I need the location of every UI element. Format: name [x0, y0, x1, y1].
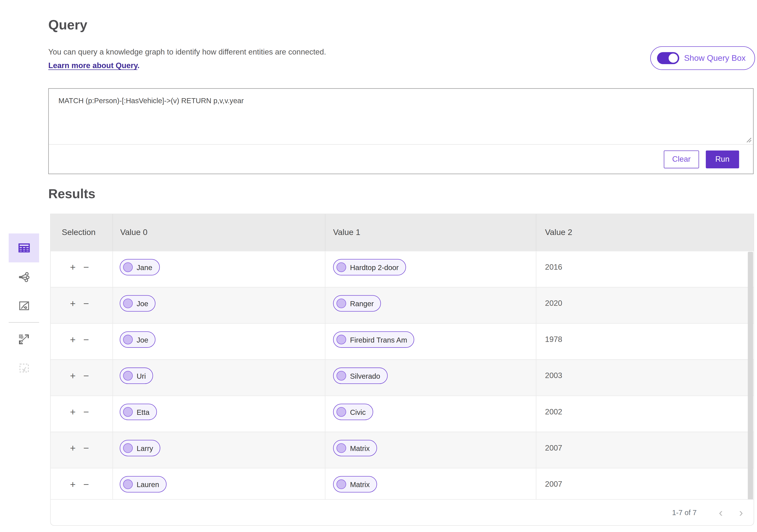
- entity-label: Matrix: [350, 444, 370, 452]
- node-circle-icon: [123, 262, 133, 272]
- entity-pill[interactable]: Civic: [333, 404, 373, 420]
- entity-label: Silverado: [350, 372, 380, 380]
- remove-from-selection-button[interactable]: −: [83, 331, 89, 348]
- selection-cell: + −: [50, 360, 112, 396]
- add-to-selection-button[interactable]: +: [70, 476, 76, 492]
- node-circle-icon: [123, 335, 133, 345]
- selection-cell: + −: [50, 468, 112, 504]
- node-circle-icon: [337, 407, 346, 417]
- entity-pill[interactable]: Larry: [120, 440, 160, 456]
- remove-from-selection-button[interactable]: −: [83, 404, 89, 420]
- query-page: Query You can query a knowledge graph to…: [0, 0, 757, 532]
- query-box: MATCH (p:Person)-[:HasVehicle]->(v) RETU…: [48, 88, 754, 174]
- remove-from-selection-button[interactable]: −: [83, 440, 89, 456]
- node-circle-icon: [337, 443, 346, 453]
- node-circle-icon: [337, 335, 346, 345]
- add-to-selection-button[interactable]: +: [70, 331, 76, 348]
- selection-cell: + −: [50, 432, 112, 468]
- entity-label: Lauren: [137, 480, 159, 488]
- entity-pill[interactable]: Jane: [120, 259, 160, 275]
- table-row: + − Joe Ranger 2020: [50, 287, 753, 323]
- entity-pill[interactable]: Joe: [120, 331, 156, 348]
- add-to-selection-button[interactable]: +: [70, 404, 76, 420]
- value0-cell: Joe: [112, 323, 325, 359]
- node-circle-icon: [123, 443, 133, 453]
- learn-more-link[interactable]: Learn more about Query: [48, 61, 137, 70]
- value1-cell: Hardtop 2-door: [325, 251, 536, 287]
- remove-from-selection-button[interactable]: −: [83, 476, 89, 492]
- value2-cell: 1978: [536, 323, 753, 359]
- value1-cell: Firebird Trans Am: [325, 323, 536, 359]
- resize-grip-icon[interactable]: [745, 137, 752, 143]
- learn-more-suffix: .: [137, 61, 139, 70]
- entity-pill[interactable]: Joe: [120, 295, 156, 312]
- selection-cell: + −: [50, 323, 112, 359]
- entity-label: Joe: [137, 299, 148, 307]
- entity-pill[interactable]: Matrix: [333, 476, 377, 492]
- table-body: + − Jane Hardtop 2-door 2016 + − Joe: [50, 251, 753, 504]
- page-description: You can query a knowledge graph to ident…: [48, 48, 326, 57]
- entity-pill[interactable]: Silverado: [333, 368, 387, 384]
- add-to-selection-button[interactable]: +: [70, 259, 76, 275]
- clear-button[interactable]: Clear: [664, 150, 699, 168]
- chevron-left-icon[interactable]: ‹: [719, 507, 722, 518]
- chevron-right-icon[interactable]: ›: [739, 507, 743, 518]
- remove-from-selection-button[interactable]: −: [83, 259, 89, 275]
- add-to-selection-button[interactable]: +: [70, 440, 76, 456]
- page-title: Query: [48, 17, 87, 33]
- sidebar-item-chart-view[interactable]: [9, 292, 39, 321]
- entity-pill[interactable]: Ranger: [333, 295, 381, 312]
- entity-label: Uri: [137, 372, 146, 380]
- remove-from-selection-button[interactable]: −: [83, 368, 89, 384]
- value2-cell: 2016: [536, 251, 753, 287]
- value0-cell: Joe: [112, 287, 325, 323]
- value0-cell: Lauren: [112, 468, 325, 504]
- table-row: + − Larry Matrix 2007: [50, 432, 753, 468]
- entity-label: Civic: [350, 408, 366, 416]
- sidebar-item-table-view[interactable]: [9, 234, 39, 263]
- value1-cell: Ranger: [325, 287, 536, 323]
- value1-cell: Matrix: [325, 468, 536, 504]
- results-table: Selection Value 0 Value 1 Value 2 + − Ja…: [50, 214, 754, 526]
- show-query-box-toggle[interactable]: Show Query Box: [650, 46, 755, 70]
- value0-cell: Larry: [112, 432, 325, 468]
- value1-cell: Civic: [325, 396, 536, 432]
- entity-label: Jane: [137, 263, 152, 271]
- table-row: + − Lauren Matrix 2007: [50, 468, 753, 504]
- table-row: + − Uri Silverado 2003: [50, 359, 753, 395]
- add-to-selection-button[interactable]: +: [70, 295, 76, 312]
- header-cell-selection: Selection: [50, 214, 112, 251]
- entity-pill[interactable]: Lauren: [120, 476, 167, 492]
- add-to-selection-button[interactable]: +: [70, 368, 76, 384]
- entity-pill[interactable]: Uri: [120, 368, 153, 384]
- scrollbar-thumb[interactable]: [748, 252, 753, 500]
- value0-cell: Etta: [112, 396, 325, 432]
- sidebar-item-send-to-graph[interactable]: [9, 324, 39, 353]
- entity-pill[interactable]: Firebird Trans Am: [333, 331, 414, 348]
- table-header: Selection Value 0 Value 1 Value 2: [50, 214, 753, 251]
- chart-icon: [17, 299, 30, 312]
- query-input[interactable]: MATCH (p:Person)-[:HasVehicle]->(v) RETU…: [49, 89, 753, 145]
- value0-cell: Uri: [112, 360, 325, 396]
- dashed-box-icon: [17, 362, 30, 374]
- entity-label: Larry: [137, 444, 153, 452]
- entity-label: Ranger: [350, 299, 374, 307]
- table-icon: [17, 241, 31, 255]
- node-circle-icon: [337, 298, 346, 308]
- value0-cell: Jane: [112, 251, 325, 287]
- run-button[interactable]: Run: [706, 150, 739, 168]
- value2-cell: 2007: [536, 432, 753, 468]
- remove-from-selection-button[interactable]: −: [83, 295, 89, 312]
- learn-more-wrap: Learn more about Query.: [48, 61, 140, 70]
- sidebar-item-selection-view[interactable]: [9, 353, 39, 383]
- table-row: + − Etta Civic 2002: [50, 396, 753, 432]
- toggle-label: Show Query Box: [684, 53, 746, 63]
- header-cell-value1: Value 1: [325, 214, 536, 251]
- sidebar-item-graph-view[interactable]: [9, 262, 39, 292]
- entity-pill[interactable]: Matrix: [333, 440, 377, 456]
- entity-pill[interactable]: Etta: [120, 404, 157, 420]
- value1-cell: Matrix: [325, 432, 536, 468]
- entity-pill[interactable]: Hardtop 2-door: [333, 259, 406, 275]
- node-circle-icon: [337, 371, 346, 380]
- toggle-switch-icon: [657, 52, 679, 64]
